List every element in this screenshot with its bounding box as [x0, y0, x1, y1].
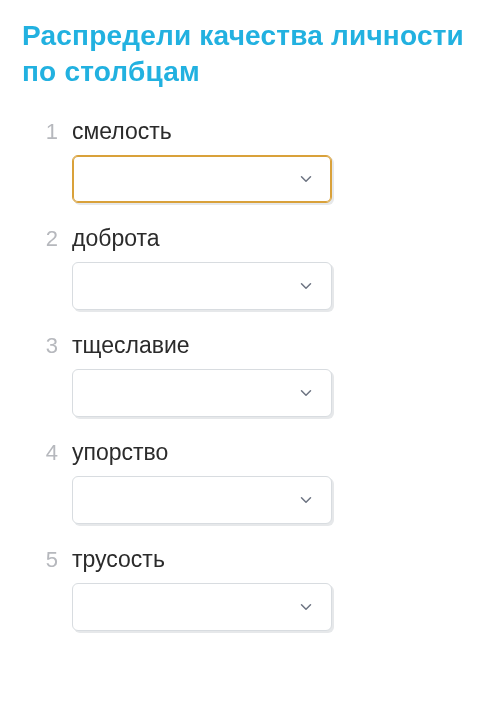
chevron-down-icon: [297, 384, 315, 402]
item-label: трусость: [72, 546, 165, 573]
chevron-down-icon: [297, 277, 315, 295]
chevron-down-icon: [297, 170, 315, 188]
list-item: 3 тщеславие: [40, 332, 478, 417]
category-select[interactable]: [72, 476, 332, 524]
items-list: 1 смелость 2 доброта: [22, 118, 478, 631]
list-item: 4 упорство: [40, 439, 478, 524]
item-number: 1: [40, 119, 58, 145]
list-item: 5 трусость: [40, 546, 478, 631]
category-select[interactable]: [72, 155, 332, 203]
item-label: смелость: [72, 118, 172, 145]
item-number: 2: [40, 226, 58, 252]
category-select[interactable]: [72, 262, 332, 310]
category-select[interactable]: [72, 369, 332, 417]
item-number: 4: [40, 440, 58, 466]
chevron-down-icon: [297, 598, 315, 616]
item-number: 5: [40, 547, 58, 573]
item-label: доброта: [72, 225, 160, 252]
item-label: тщеславие: [72, 332, 190, 359]
category-select[interactable]: [72, 583, 332, 631]
list-item: 1 смелость: [40, 118, 478, 203]
chevron-down-icon: [297, 491, 315, 509]
item-label: упорство: [72, 439, 168, 466]
item-number: 3: [40, 333, 58, 359]
list-item: 2 доброта: [40, 225, 478, 310]
page-title: Распредели качества личности по столбцам: [22, 18, 478, 90]
